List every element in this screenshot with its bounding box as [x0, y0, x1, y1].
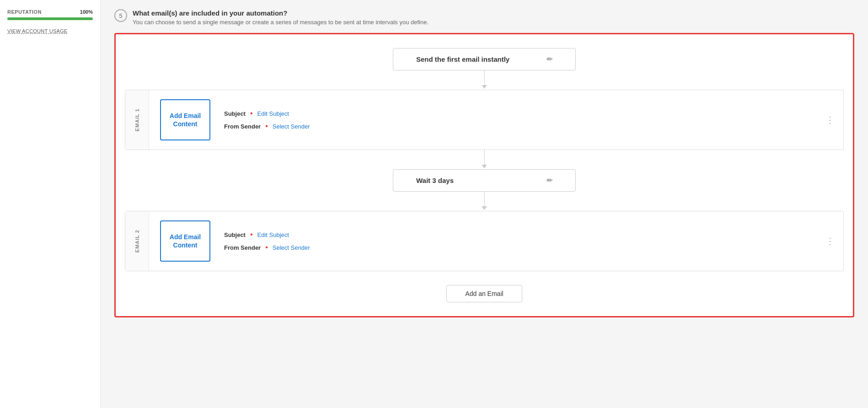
arrow-connector-1 [482, 70, 487, 90]
arrow-connector-2 [482, 150, 487, 169]
email-block-1: EMAIL 1 Add EmailContent Subject • Edit … [125, 90, 844, 150]
add-email-content-label-2: Add EmailContent [170, 233, 201, 249]
email-1-from-sender-label: From Sender [224, 123, 261, 130]
email-2-edit-subject-link[interactable]: Edit Subject [257, 231, 289, 238]
trigger-edit-icon[interactable]: ✏ [547, 55, 552, 64]
email-1-edit-subject-link[interactable]: Edit Subject [257, 110, 289, 117]
question-subtitle: You can choose to send a single message … [133, 19, 429, 26]
sidebar: REPUTATION 100% VIEW ACCOUNT USAGE [0, 0, 101, 408]
wait-row: Wait 3 days ✏ [125, 169, 844, 192]
email-2-sender-row: From Sender • Select Sender [224, 244, 310, 251]
email-2-label: EMAIL 2 [134, 230, 140, 252]
reputation-value: 100% [80, 9, 93, 15]
email-1-subject-required: • [250, 110, 253, 117]
email-1-subject-row: Subject • Edit Subject [224, 110, 310, 117]
email-1-subject-label: Subject [224, 110, 246, 117]
reputation-progress-bar [7, 17, 93, 20]
reputation-progress-fill [7, 17, 93, 20]
email-2-kebab-icon[interactable]: ⋮ [825, 236, 835, 247]
add-email-content-label-1: Add EmailContent [170, 112, 201, 128]
question-number: 5 [114, 9, 127, 22]
email-2-select-sender-link[interactable]: Select Sender [273, 244, 310, 251]
email-2-kebab-col: ⋮ [817, 211, 843, 271]
email-2-from-sender-label: From Sender [224, 244, 261, 251]
automation-container: Send the first email instantly ✏ EMAIL 1… [114, 33, 854, 317]
email-1-label: EMAIL 1 [134, 108, 140, 131]
email-2-sender-required: • [265, 244, 268, 251]
trigger-label: Send the first email instantly [416, 55, 509, 63]
wait-label: Wait 3 days [416, 177, 454, 184]
email-1-kebab-icon[interactable]: ⋮ [825, 114, 835, 125]
main-content: 5 What email(s) are included in your aut… [101, 0, 868, 408]
add-email-row: Add an Email [125, 285, 844, 302]
email-1-sender-required: • [265, 123, 268, 130]
email-1-select-sender-link[interactable]: Select Sender [273, 123, 310, 130]
wait-button[interactable]: Wait 3 days ✏ [393, 169, 576, 192]
email-2-fields: Subject • Edit Subject From Sender • Sel… [224, 231, 310, 251]
question-header: 5 What email(s) are included in your aut… [114, 0, 854, 33]
add-email-button[interactable]: Add an Email [446, 285, 522, 302]
email-2-subject-required: • [250, 231, 253, 238]
email-block-2: EMAIL 2 Add EmailContent Subject • Edit … [125, 211, 844, 271]
add-email-content-btn-2[interactable]: Add EmailContent [160, 220, 210, 262]
email-1-label-col: EMAIL 1 [125, 90, 149, 150]
arrow-connector-3 [482, 192, 487, 211]
wait-edit-icon[interactable]: ✏ [547, 176, 552, 185]
email-1-content-col: Add EmailContent Subject • Edit Subject … [149, 90, 817, 150]
email-1-fields: Subject • Edit Subject From Sender • Sel… [224, 110, 310, 130]
trigger-row: Send the first email instantly ✏ [125, 48, 844, 70]
email-2-content-col: Add EmailContent Subject • Edit Subject … [149, 211, 817, 271]
question-title: What email(s) are included in your autom… [133, 9, 429, 17]
view-account-usage-link[interactable]: VIEW ACCOUNT USAGE [7, 28, 68, 34]
email-1-sender-row: From Sender • Select Sender [224, 123, 310, 130]
add-email-content-btn-1[interactable]: Add EmailContent [160, 99, 210, 140]
email-1-kebab-col: ⋮ [817, 90, 843, 150]
trigger-button[interactable]: Send the first email instantly ✏ [393, 48, 576, 70]
email-2-subject-label: Subject [224, 231, 246, 238]
question-text-block: What email(s) are included in your autom… [133, 9, 429, 26]
reputation-label: REPUTATION [7, 9, 42, 15]
email-2-subject-row: Subject • Edit Subject [224, 231, 310, 238]
email-2-label-col: EMAIL 2 [125, 211, 149, 271]
